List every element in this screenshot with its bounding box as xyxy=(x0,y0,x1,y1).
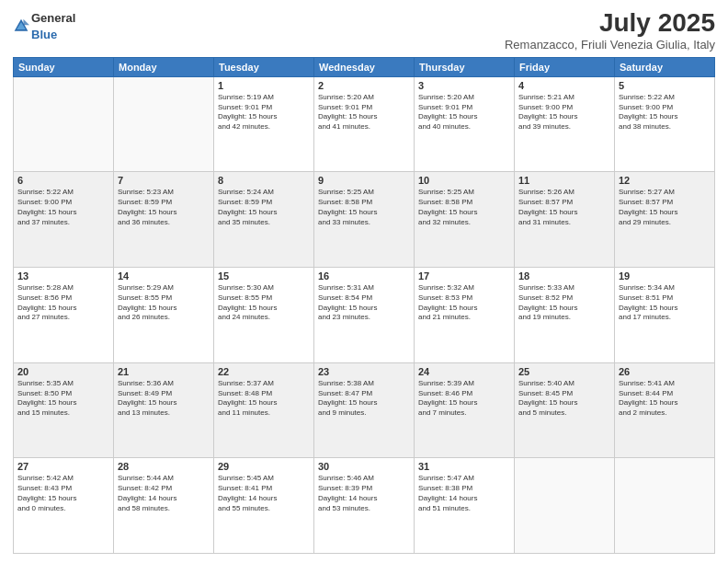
day-info: Sunrise: 5:28 AM Sunset: 8:56 PM Dayligh… xyxy=(17,283,109,323)
calendar-cell: 20Sunrise: 5:35 AM Sunset: 8:50 PM Dayli… xyxy=(14,362,114,458)
calendar-cell: 28Sunrise: 5:44 AM Sunset: 8:42 PM Dayli… xyxy=(114,458,214,554)
calendar-body: 1Sunrise: 5:19 AM Sunset: 9:01 PM Daylig… xyxy=(14,76,715,553)
calendar-cell xyxy=(14,76,114,172)
calendar-cell: 5Sunrise: 5:22 AM Sunset: 9:00 PM Daylig… xyxy=(615,76,715,172)
day-number: 30 xyxy=(318,461,410,472)
day-number: 31 xyxy=(418,461,510,472)
calendar-cell: 3Sunrise: 5:20 AM Sunset: 9:01 PM Daylig… xyxy=(415,76,515,172)
day-number: 21 xyxy=(118,366,210,377)
svg-marker-2 xyxy=(23,19,29,26)
day-number: 23 xyxy=(318,366,410,377)
day-number: 11 xyxy=(518,175,610,186)
day-number: 13 xyxy=(17,270,109,282)
day-info: Sunrise: 5:38 AM Sunset: 8:47 PM Dayligh… xyxy=(318,379,410,419)
day-info: Sunrise: 5:47 AM Sunset: 8:38 PM Dayligh… xyxy=(418,474,510,513)
day-number: 1 xyxy=(218,80,310,91)
col-thursday: Thursday xyxy=(415,57,515,76)
day-number: 6 xyxy=(17,175,109,186)
calendar-header: Sunday Monday Tuesday Wednesday Thursday… xyxy=(14,57,715,76)
calendar-cell: 14Sunrise: 5:29 AM Sunset: 8:55 PM Dayli… xyxy=(114,268,214,363)
day-number: 20 xyxy=(17,366,109,377)
day-number: 29 xyxy=(218,461,310,472)
day-number: 19 xyxy=(619,270,711,282)
day-info: Sunrise: 5:20 AM Sunset: 9:01 PM Dayligh… xyxy=(418,93,510,132)
calendar-cell: 19Sunrise: 5:34 AM Sunset: 8:51 PM Dayli… xyxy=(615,268,715,363)
day-info: Sunrise: 5:22 AM Sunset: 9:00 PM Dayligh… xyxy=(17,188,109,227)
header: General Blue July 2025 Remanzacco, Friul… xyxy=(13,9,715,52)
calendar-cell: 24Sunrise: 5:39 AM Sunset: 8:46 PM Dayli… xyxy=(415,362,515,458)
day-info: Sunrise: 5:23 AM Sunset: 8:59 PM Dayligh… xyxy=(118,188,210,227)
logo-icon xyxy=(13,17,29,34)
day-info: Sunrise: 5:27 AM Sunset: 8:57 PM Dayligh… xyxy=(619,188,711,227)
day-info: Sunrise: 5:19 AM Sunset: 9:01 PM Dayligh… xyxy=(218,93,310,132)
calendar-cell: 11Sunrise: 5:26 AM Sunset: 8:57 PM Dayli… xyxy=(515,172,615,268)
day-info: Sunrise: 5:25 AM Sunset: 8:58 PM Dayligh… xyxy=(418,188,510,227)
day-info: Sunrise: 5:26 AM Sunset: 8:57 PM Dayligh… xyxy=(518,188,610,227)
day-number: 7 xyxy=(118,175,210,186)
day-info: Sunrise: 5:34 AM Sunset: 8:51 PM Dayligh… xyxy=(619,283,711,323)
col-monday: Monday xyxy=(114,57,214,76)
day-info: Sunrise: 5:45 AM Sunset: 8:41 PM Dayligh… xyxy=(218,474,310,513)
day-number: 4 xyxy=(518,80,610,91)
logo-general: General xyxy=(31,11,75,25)
day-number: 10 xyxy=(418,175,510,186)
calendar-cell: 22Sunrise: 5:37 AM Sunset: 8:48 PM Dayli… xyxy=(214,362,314,458)
day-info: Sunrise: 5:40 AM Sunset: 8:45 PM Dayligh… xyxy=(518,379,610,419)
calendar-cell: 26Sunrise: 5:41 AM Sunset: 8:44 PM Dayli… xyxy=(615,362,715,458)
day-number: 24 xyxy=(418,366,510,377)
day-info: Sunrise: 5:25 AM Sunset: 8:58 PM Dayligh… xyxy=(318,188,410,227)
logo: General Blue xyxy=(13,9,75,42)
calendar-cell xyxy=(114,76,214,172)
calendar-cell: 17Sunrise: 5:32 AM Sunset: 8:53 PM Dayli… xyxy=(415,268,515,363)
calendar-cell xyxy=(515,458,615,554)
calendar-cell: 10Sunrise: 5:25 AM Sunset: 8:58 PM Dayli… xyxy=(415,172,515,268)
day-info: Sunrise: 5:31 AM Sunset: 8:54 PM Dayligh… xyxy=(318,283,410,323)
day-number: 17 xyxy=(418,270,510,282)
day-info: Sunrise: 5:29 AM Sunset: 8:55 PM Dayligh… xyxy=(118,283,210,323)
weekday-row: Sunday Monday Tuesday Wednesday Thursday… xyxy=(14,57,715,76)
day-number: 5 xyxy=(619,80,711,91)
day-info: Sunrise: 5:24 AM Sunset: 8:59 PM Dayligh… xyxy=(218,188,310,227)
calendar-cell: 2Sunrise: 5:20 AM Sunset: 9:01 PM Daylig… xyxy=(314,76,415,172)
day-info: Sunrise: 5:35 AM Sunset: 8:50 PM Dayligh… xyxy=(17,379,109,419)
calendar-cell: 23Sunrise: 5:38 AM Sunset: 8:47 PM Dayli… xyxy=(314,362,415,458)
calendar-cell xyxy=(615,458,715,554)
calendar-cell: 6Sunrise: 5:22 AM Sunset: 9:00 PM Daylig… xyxy=(14,172,114,268)
logo-blue: Blue xyxy=(31,28,57,41)
calendar-cell: 1Sunrise: 5:19 AM Sunset: 9:01 PM Daylig… xyxy=(214,76,314,172)
day-number: 2 xyxy=(318,80,410,91)
calendar-cell: 30Sunrise: 5:46 AM Sunset: 8:39 PM Dayli… xyxy=(314,458,415,554)
calendar-cell: 25Sunrise: 5:40 AM Sunset: 8:45 PM Dayli… xyxy=(515,362,615,458)
day-number: 8 xyxy=(218,175,310,186)
calendar-cell: 16Sunrise: 5:31 AM Sunset: 8:54 PM Dayli… xyxy=(314,268,415,363)
calendar-cell: 29Sunrise: 5:45 AM Sunset: 8:41 PM Dayli… xyxy=(214,458,314,554)
col-saturday: Saturday xyxy=(615,57,715,76)
day-info: Sunrise: 5:36 AM Sunset: 8:49 PM Dayligh… xyxy=(118,379,210,419)
day-info: Sunrise: 5:39 AM Sunset: 8:46 PM Dayligh… xyxy=(418,379,510,419)
day-info: Sunrise: 5:21 AM Sunset: 9:00 PM Dayligh… xyxy=(518,93,610,132)
day-number: 25 xyxy=(518,366,610,377)
day-number: 22 xyxy=(218,366,310,377)
col-sunday: Sunday xyxy=(14,57,114,76)
day-info: Sunrise: 5:32 AM Sunset: 8:53 PM Dayligh… xyxy=(418,283,510,323)
day-number: 12 xyxy=(619,175,711,186)
day-info: Sunrise: 5:20 AM Sunset: 9:01 PM Dayligh… xyxy=(318,93,410,132)
col-tuesday: Tuesday xyxy=(214,57,314,76)
day-number: 3 xyxy=(418,80,510,91)
day-number: 18 xyxy=(518,270,610,282)
title-block: July 2025 Remanzacco, Friuli Venezia Giu… xyxy=(505,9,715,52)
calendar-week-2: 6Sunrise: 5:22 AM Sunset: 9:00 PM Daylig… xyxy=(14,172,715,268)
calendar-week-4: 20Sunrise: 5:35 AM Sunset: 8:50 PM Dayli… xyxy=(14,362,715,458)
calendar-cell: 13Sunrise: 5:28 AM Sunset: 8:56 PM Dayli… xyxy=(14,268,114,363)
day-info: Sunrise: 5:44 AM Sunset: 8:42 PM Dayligh… xyxy=(118,474,210,513)
calendar-cell: 31Sunrise: 5:47 AM Sunset: 8:38 PM Dayli… xyxy=(415,458,515,554)
day-info: Sunrise: 5:41 AM Sunset: 8:44 PM Dayligh… xyxy=(619,379,711,419)
calendar-cell: 12Sunrise: 5:27 AM Sunset: 8:57 PM Dayli… xyxy=(615,172,715,268)
month-title: July 2025 xyxy=(505,9,715,38)
day-number: 16 xyxy=(318,270,410,282)
calendar-cell: 4Sunrise: 5:21 AM Sunset: 9:00 PM Daylig… xyxy=(515,76,615,172)
day-info: Sunrise: 5:46 AM Sunset: 8:39 PM Dayligh… xyxy=(318,474,410,513)
calendar-week-1: 1Sunrise: 5:19 AM Sunset: 9:01 PM Daylig… xyxy=(14,76,715,172)
day-info: Sunrise: 5:42 AM Sunset: 8:43 PM Dayligh… xyxy=(17,474,109,513)
calendar-week-3: 13Sunrise: 5:28 AM Sunset: 8:56 PM Dayli… xyxy=(14,268,715,363)
